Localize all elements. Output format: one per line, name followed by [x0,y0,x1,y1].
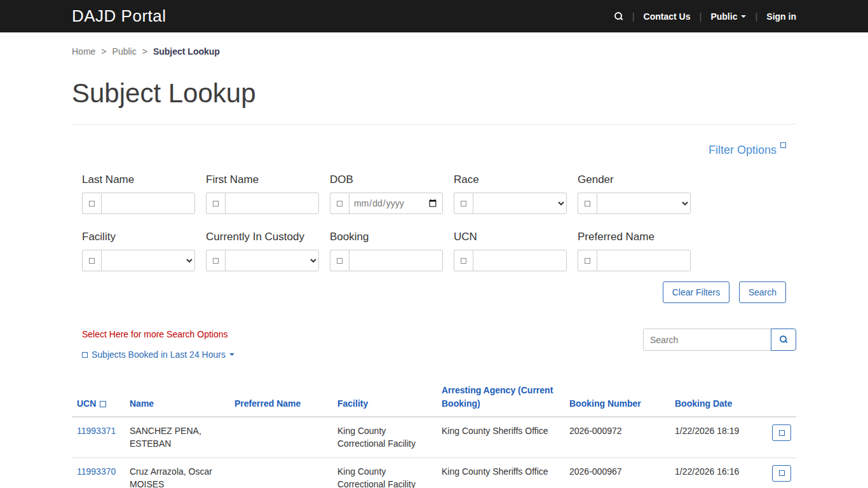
clear-preferred-name-button[interactable] [578,250,597,271]
list-icon [82,352,88,358]
col-arresting-agency[interactable]: Arresting Agency (Current Booking) [437,380,564,417]
clear-last-name-button[interactable] [82,193,101,214]
results-table: UCN Name Preferred Name Facility Arresti… [72,380,796,488]
quick-links-row: Select Here for more Search Options Subj… [72,329,796,360]
filter-row-2: Facility Currently In Custody Booking [82,231,786,271]
brand-link[interactable]: DAJD Portal [72,6,166,26]
booked-last-24-link[interactable]: Subjects Booked in Last 24 Hours [82,349,234,360]
clear-filters-button[interactable]: Clear Filters [663,281,729,303]
table-row: 11993370 Cruz Arrazola, Oscar MOISES Kin… [72,458,796,488]
clear-first-name-button[interactable] [206,193,225,214]
breadcrumb-home[interactable]: Home [72,46,95,57]
col-ucn-label: UCN [77,398,96,409]
nav-separator: | [632,11,635,22]
nav-contact-us[interactable]: Contact Us [644,11,691,22]
race-select[interactable] [473,193,567,214]
last-name-label: Last Name [82,173,195,186]
nav-sign-in[interactable]: Sign in [766,11,796,22]
row-details-button[interactable] [772,465,791,482]
clear-field-icon [337,258,342,264]
clear-field-icon [89,201,95,207]
filter-field-preferred-name: Preferred Name [578,231,691,271]
more-search-options-link[interactable]: Select Here for more Search Options [82,329,228,339]
filter-field-first-name: First Name [206,173,319,214]
breadcrumb-current: Subject Lookup [153,46,220,57]
ucn-cell: 11993371 [72,417,125,458]
gender-label: Gender [578,173,691,186]
row-details-button[interactable] [772,424,791,441]
ucn-input[interactable] [473,250,567,271]
search-icon [614,12,623,21]
clear-gender-button[interactable] [578,193,597,214]
booking-input[interactable] [349,250,443,271]
col-facility[interactable]: Facility [332,380,437,417]
preferred-name-label: Preferred Name [578,231,691,243]
first-name-input[interactable] [225,193,319,214]
page-title: Subject Lookup [72,78,796,109]
view-details-icon [779,430,785,436]
filter-field-custody: Currently In Custody [206,231,319,271]
breadcrumb-separator: > [142,46,147,57]
nav-separator: | [755,11,757,22]
ucn-link[interactable]: 11993370 [77,466,116,477]
title-divider [72,124,796,125]
navbar-menu: | Contact Us | Public | Sign in [614,11,796,22]
col-preferred-name[interactable]: Preferred Name [229,380,332,417]
clear-ucn-button[interactable] [454,250,473,271]
filter-field-gender: Gender [578,173,691,214]
first-name-label: First Name [206,173,319,186]
filter-field-ucn: UCN [454,231,567,271]
col-ucn[interactable]: UCN [72,380,125,417]
clear-facility-button[interactable] [82,250,101,271]
filter-field-race: Race [454,173,567,214]
clear-field-icon [213,258,219,264]
filter-options-label: Filter Options [709,144,776,156]
dob-input[interactable] [349,193,443,214]
col-name[interactable]: Name [125,380,229,417]
table-header-row: UCN Name Preferred Name Facility Arresti… [72,380,796,417]
name-cell: SANCHEZ PENA, ESTEBAN [125,417,229,458]
breadcrumb-separator: > [101,46,106,57]
custody-select[interactable] [225,250,319,271]
filter-field-last-name: Last Name [82,173,195,214]
ucn-link[interactable]: 11993371 [77,426,116,436]
facility-cell: King County Correctional Facility [332,417,437,458]
clear-booking-button[interactable] [330,250,349,271]
filter-field-facility: Facility [82,231,195,271]
col-booking-date[interactable]: Booking Date [670,380,765,417]
last-name-input[interactable] [101,193,195,214]
top-navbar: DAJD Portal | Contact Us | Public | Sign… [0,0,868,32]
filter-options-toggle[interactable]: Filter Options [709,144,786,156]
facility-label: Facility [82,231,195,243]
breadcrumb-public[interactable]: Public [112,46,137,57]
clear-field-icon [585,201,590,207]
nav-public-menu[interactable]: Public [710,11,746,22]
breadcrumb: Home > Public > Subject Lookup [72,46,796,57]
table-row: 11993371 SANCHEZ PENA, ESTEBAN King Coun… [72,417,796,458]
clear-custody-button[interactable] [206,250,225,271]
table-search-button[interactable] [771,329,796,351]
nav-separator: | [700,11,702,22]
search-button[interactable]: Search [739,281,786,303]
booking-date-cell: 1/22/2026 18:19 [670,417,765,458]
facility-select[interactable] [101,250,195,271]
clear-field-icon [461,258,466,264]
filter-field-dob: DOB [330,173,443,214]
gender-select[interactable] [597,193,691,214]
facility-cell: King County Correctional Facility [332,458,437,488]
filter-row-1: Last Name First Name DOB [82,173,786,214]
navbar-search-button[interactable] [614,12,623,21]
preferred-name-input[interactable] [597,250,691,271]
clear-dob-button[interactable] [330,193,349,214]
chevron-down-icon [229,353,234,356]
race-label: Race [454,173,567,186]
col-booking-number[interactable]: Booking Number [564,380,670,417]
table-search-input[interactable] [643,329,771,351]
clear-race-button[interactable] [454,193,473,214]
nav-public-label: Public [710,11,737,22]
collapse-icon [780,142,786,148]
sort-icon[interactable] [100,401,106,407]
actions-cell [765,458,796,488]
actions-cell [765,417,796,458]
booking-number-cell: 2026-000972 [564,417,670,458]
